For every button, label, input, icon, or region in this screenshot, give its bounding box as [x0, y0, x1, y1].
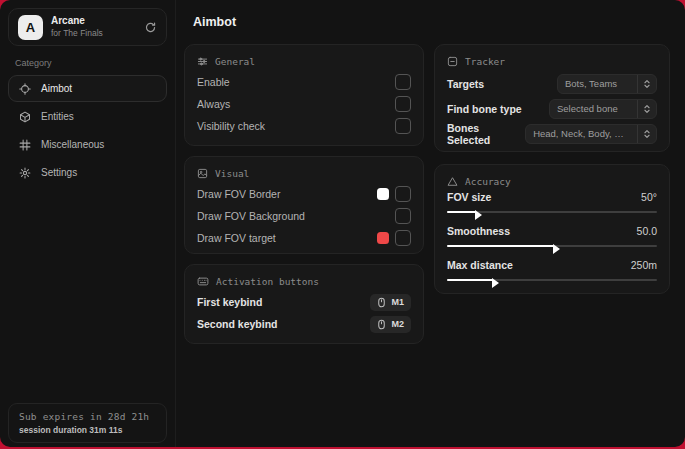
sidebar-item-miscellaneous[interactable]: Miscellaneous [8, 131, 167, 158]
refresh-icon[interactable] [144, 21, 157, 34]
bones-selected-select[interactable]: Head, Neck, Body, Pe... [525, 124, 657, 144]
chevron-updown-icon [638, 79, 656, 89]
setting-row-targets: Targets Bots, Teams [447, 71, 657, 96]
brand-name: Arcane [51, 15, 103, 28]
crosshair-icon [19, 83, 31, 95]
card-title: Visual [215, 168, 249, 179]
sub-expiry-text: Sub expires in 28d 21h [19, 411, 156, 422]
brand-card: A Arcane for The Finals [8, 8, 167, 46]
setting-row-max-distance: Max distance 250m [447, 259, 657, 271]
setting-label: FOV size [447, 191, 491, 203]
gear-icon [19, 167, 31, 179]
card-general: General Enable Always Visibility check [184, 44, 424, 146]
grid-icon [19, 139, 31, 151]
scan-icon [447, 56, 458, 67]
find-bone-type-select[interactable]: Selected bone [549, 99, 657, 119]
page-title: Aimbot [193, 15, 236, 29]
setting-row-visibility-check: Visibility check [197, 115, 411, 137]
setting-label: Targets [447, 78, 484, 90]
chevron-updown-icon [638, 129, 656, 139]
card-title: Tracker [465, 56, 505, 67]
sidebar-item-aimbot[interactable]: Aimbot [8, 75, 167, 102]
setting-row-find-bone-type: Find bone type Selected bone [447, 96, 657, 121]
select-value: Bots, Teams [558, 78, 637, 89]
keybind-value: M1 [391, 297, 404, 307]
card-tracker: Tracker Targets Bots, Teams Find bone ty… [434, 44, 670, 152]
image-icon [197, 168, 208, 179]
always-checkbox[interactable] [395, 96, 411, 112]
draw-fov-border-checkbox[interactable] [395, 186, 411, 202]
session-duration-text: session duration 31m 11s [19, 425, 156, 435]
sidebar-nav: Aimbot Entities Miscellaneous [0, 75, 175, 186]
card-visual: Visual Draw FOV Border Draw FOV Backgrou… [184, 156, 424, 254]
brand-subtitle: for The Finals [51, 28, 103, 39]
keyboard-icon [197, 276, 209, 287]
category-label: Category [15, 58, 175, 68]
card-activation-buttons: Activation buttons First keybind M1 Seco… [184, 264, 424, 344]
setting-label: Always [197, 98, 230, 110]
slider-thumb[interactable] [553, 244, 560, 254]
setting-row-second-keybind: Second keybind M2 [197, 313, 411, 335]
setting-label: Smoothness [447, 225, 510, 237]
second-keybind-button[interactable]: M2 [370, 316, 411, 333]
brand-avatar: A [18, 15, 43, 40]
sidebar-item-settings[interactable]: Settings [8, 159, 167, 186]
main-content: Aimbot General Enable Always Visibili [176, 0, 685, 447]
setting-row-smoothness: Smoothness 50.0 [447, 225, 657, 237]
subscription-info: Sub expires in 28d 21h session duration … [8, 403, 167, 443]
smoothness-slider[interactable] [447, 242, 657, 250]
setting-row-bones-selected: Bones Selected Head, Neck, Body, Pe... [447, 121, 657, 146]
setting-label: Enable [197, 76, 230, 88]
targets-select[interactable]: Bots, Teams [557, 74, 657, 94]
fov-target-color-swatch[interactable] [377, 232, 389, 244]
card-title: Activation buttons [216, 276, 319, 287]
setting-label: Second keybind [197, 318, 278, 330]
setting-label: Draw FOV Border [197, 188, 280, 200]
setting-label: Visibility check [197, 120, 265, 132]
sidebar-item-label: Entities [41, 111, 74, 122]
triangle-icon [447, 176, 458, 187]
sidebar-item-label: Aimbot [41, 83, 72, 94]
slider-thumb[interactable] [475, 210, 482, 220]
card-title: General [215, 56, 255, 67]
visibility-check-checkbox[interactable] [395, 118, 411, 134]
enable-checkbox[interactable] [395, 74, 411, 90]
fov-size-slider[interactable] [447, 208, 657, 216]
setting-row-draw-fov-background: Draw FOV Background [197, 205, 411, 227]
mouse-icon [377, 319, 386, 330]
sidebar: A Arcane for The Finals Category Aimbot [0, 0, 176, 447]
draw-fov-background-checkbox[interactable] [395, 208, 411, 224]
max-distance-slider[interactable] [447, 276, 657, 284]
setting-label: Draw FOV target [197, 232, 276, 244]
setting-row-fov-size: FOV size 50° [447, 191, 657, 203]
fov-size-value: 50° [641, 191, 657, 203]
setting-label: Max distance [447, 259, 513, 271]
sliders-icon [197, 56, 208, 67]
fov-border-color-swatch[interactable] [377, 188, 389, 200]
card-title: Accuracy [465, 176, 511, 187]
mouse-icon [377, 297, 386, 308]
smoothness-value: 50.0 [637, 225, 657, 237]
setting-row-enable: Enable [197, 71, 411, 93]
first-keybind-button[interactable]: M1 [370, 294, 411, 311]
cube-icon [19, 111, 31, 123]
setting-label: Bones Selected [447, 122, 525, 146]
sidebar-item-label: Settings [41, 167, 77, 178]
setting-row-always: Always [197, 93, 411, 115]
setting-row-first-keybind: First keybind M1 [197, 291, 411, 313]
chevron-updown-icon [638, 104, 656, 114]
setting-row-draw-fov-border: Draw FOV Border [197, 183, 411, 205]
select-value: Selected bone [550, 103, 637, 114]
setting-row-draw-fov-target: Draw FOV target [197, 227, 411, 249]
draw-fov-target-checkbox[interactable] [395, 230, 411, 246]
slider-thumb[interactable] [492, 278, 499, 288]
setting-label: Find bone type [447, 103, 522, 115]
setting-label: First keybind [197, 296, 262, 308]
sidebar-item-label: Miscellaneous [41, 139, 104, 150]
keybind-value: M2 [391, 319, 404, 329]
card-accuracy: Accuracy FOV size 50° Smoothness 50.0 Ma… [434, 164, 670, 294]
sidebar-item-entities[interactable]: Entities [8, 103, 167, 130]
select-value: Head, Neck, Body, Pe... [526, 128, 637, 139]
max-distance-value: 250m [631, 259, 657, 271]
setting-label: Draw FOV Background [197, 210, 305, 222]
